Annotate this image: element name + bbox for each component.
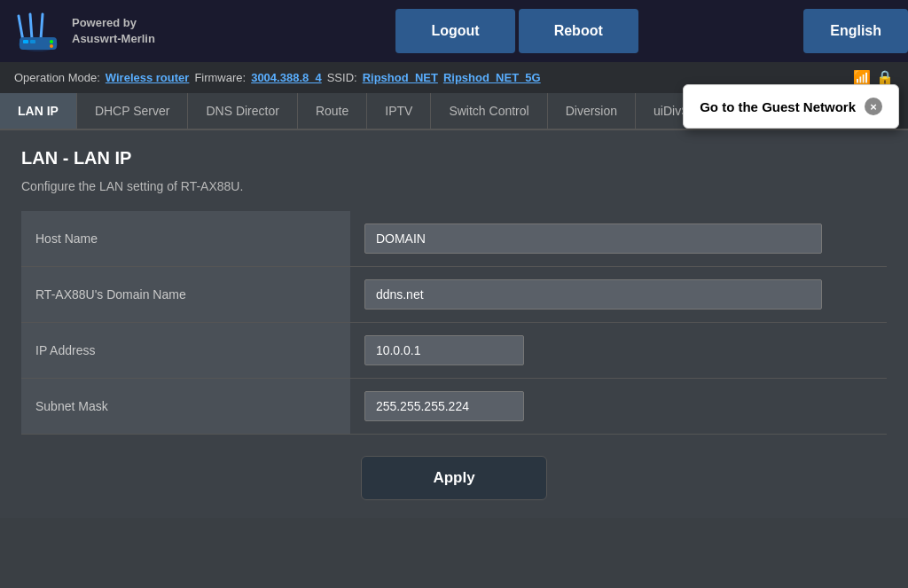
lan-ip-form: Host NameRT-AX88U's Domain NameIP Addres… <box>21 211 887 435</box>
field-input-1[interactable] <box>364 279 822 310</box>
table-row: Subnet Mask <box>21 379 887 435</box>
field-input-2[interactable] <box>364 335 524 365</box>
tooltip-close-button[interactable]: × <box>865 98 882 115</box>
field-cell-2 <box>350 323 887 379</box>
router-logo-icon <box>14 7 63 56</box>
svg-point-7 <box>50 40 53 43</box>
ssid-label: SSID: <box>327 71 357 84</box>
brand-label: Asuswrt-Merlin <box>72 31 155 47</box>
apply-button[interactable]: Apply <box>361 456 546 500</box>
field-cell-3 <box>350 379 887 435</box>
header-buttons: Logout Reboot <box>231 9 803 53</box>
table-row: RT-AX88U's Domain Name <box>21 267 887 323</box>
field-input-0[interactable] <box>364 223 822 254</box>
table-row: IP Address <box>21 323 887 379</box>
guest-network-link[interactable]: Go to the Guest Network <box>700 99 856 114</box>
firmware-label: Firmware: <box>194 71 246 84</box>
logo-text: Powered by Asuswrt-Merlin <box>72 15 155 47</box>
tab-iptv[interactable]: IPTV <box>367 93 431 129</box>
svg-line-1 <box>19 16 23 41</box>
ssid-value[interactable]: Ripshod_NET <box>363 71 438 84</box>
tab-switch-control[interactable]: Switch Control <box>431 93 547 129</box>
field-cell-0 <box>350 211 887 267</box>
tab-dhcp-server[interactable]: DHCP Server <box>77 93 189 129</box>
main-content: LAN - LAN IP Configure the LAN setting o… <box>0 130 908 518</box>
firmware-value[interactable]: 3004.388.8_4 <box>251 71 322 84</box>
apply-row: Apply <box>21 456 887 500</box>
tab-diversion[interactable]: Diversion <box>548 93 636 129</box>
svg-point-8 <box>50 44 53 48</box>
tab-route[interactable]: Route <box>298 93 367 129</box>
logout-button[interactable]: Logout <box>395 9 514 53</box>
field-input-3[interactable] <box>364 391 524 421</box>
powered-by-label: Powered by <box>72 15 155 31</box>
field-cell-1 <box>350 267 887 323</box>
tab-lan-ip[interactable]: LAN IP <box>0 93 77 129</box>
svg-line-2 <box>30 14 32 39</box>
field-label-0: Host Name <box>21 211 350 267</box>
svg-rect-5 <box>23 40 28 43</box>
page-title: LAN - LAN IP <box>21 148 887 169</box>
svg-line-3 <box>41 14 43 39</box>
language-button[interactable]: English <box>803 9 908 53</box>
header: Powered by Asuswrt-Merlin Logout Reboot … <box>0 0 908 62</box>
svg-rect-6 <box>30 40 35 43</box>
logo-area: Powered by Asuswrt-Merlin <box>0 7 231 56</box>
reboot-button[interactable]: Reboot <box>519 9 638 53</box>
table-row: Host Name <box>21 211 887 267</box>
tab-dns-director[interactable]: DNS Director <box>188 93 297 129</box>
field-label-1: RT-AX88U's Domain Name <box>21 267 350 323</box>
operation-mode-value[interactable]: Wireless router <box>106 71 190 84</box>
guest-network-tooltip: Go to the Guest Network × <box>683 84 899 129</box>
page-description: Configure the LAN setting of RT-AX88U. <box>21 179 887 193</box>
ssid2-value[interactable]: Ripshod_NET_5G <box>443 71 541 84</box>
field-label-3: Subnet Mask <box>21 379 350 435</box>
operation-mode-label: Operation Mode: <box>14 71 100 84</box>
field-label-2: IP Address <box>21 323 350 379</box>
